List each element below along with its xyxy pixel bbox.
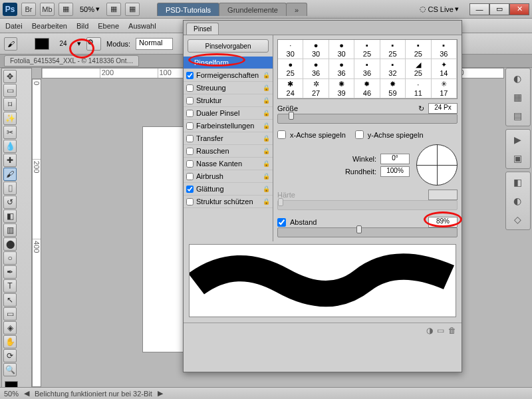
brush-preview-swatch[interactable] (35, 38, 49, 50)
brush-tip-item[interactable]: ▪25 (354, 40, 380, 59)
brush-option-struktur[interactable]: Struktur🔒 (184, 94, 273, 107)
lock-icon[interactable]: 🔒 (263, 97, 270, 104)
brush-tip-item[interactable]: ✹46 (354, 79, 380, 98)
window-maximize-button[interactable]: ▭ (489, 3, 509, 15)
flipy-checkbox[interactable] (355, 130, 364, 139)
3d-tool[interactable]: ◈ (3, 321, 17, 334)
brush-tip-item[interactable]: ●36 (303, 59, 329, 78)
toggle-preview-icon[interactable]: ◑ (426, 326, 433, 335)
size-input[interactable]: 24 Px (428, 103, 458, 114)
brush-panel-tab[interactable]: Pinsel (186, 23, 219, 35)
type-tool[interactable]: T (3, 279, 17, 293)
brush-option-rauschen[interactable]: Rauschen🔒 (184, 145, 273, 158)
brush-option-airbrush[interactable]: Airbrush🔒 (184, 170, 273, 183)
brush-option-formeigenschaften[interactable]: Formeigenschaften🔒 (184, 69, 273, 82)
adjustments-panel-icon[interactable]: ▶ (508, 132, 527, 148)
brush-tip-item[interactable]: ✱24 (278, 79, 303, 98)
lock-icon[interactable]: 🔒 (263, 148, 270, 154)
pen-tool[interactable]: ✒ (3, 265, 17, 279)
brush-tip-list[interactable]: ·30●30●30▪25▪25▪25▪36●25●36●36▪36▪32◢25✦… (277, 39, 458, 99)
angle-widget[interactable] (416, 144, 458, 186)
brush-tip-item[interactable]: ●30 (303, 40, 329, 59)
brush-option-checkbox[interactable] (186, 72, 194, 79)
workspace-tab-psdtutorials[interactable]: PSD-Tutorials (157, 3, 219, 16)
brush-tip-item[interactable]: ✳17 (432, 79, 457, 98)
window-close-button[interactable]: ✕ (509, 3, 529, 15)
lasso-tool[interactable]: ⌑ (3, 98, 17, 111)
path-tool[interactable]: ↖ (3, 293, 17, 307)
brush-tip-item[interactable]: ▪36 (354, 59, 380, 78)
brush-option-checkbox[interactable] (186, 110, 194, 117)
brush-tip-item[interactable]: ▪25 (380, 40, 406, 59)
brush-tool[interactable]: 🖌 (3, 168, 17, 181)
brush-option-checkbox[interactable] (186, 84, 194, 92)
brush-tip-item[interactable]: ●30 (329, 40, 354, 59)
menu-bild[interactable]: Bild (76, 22, 88, 30)
brush-option-checkbox[interactable] (186, 135, 194, 142)
brush-tip-item[interactable]: ·30 (278, 40, 303, 59)
bridge-button[interactable]: Br (21, 3, 36, 16)
brush-option-pinselform[interactable]: Pinselform (184, 57, 273, 69)
menu-bearbeiten[interactable]: Bearbeiten (32, 22, 67, 30)
workspace-tab-more[interactable]: » (286, 3, 307, 16)
size-slider[interactable] (277, 114, 458, 124)
masks-panel-icon[interactable]: ▣ (508, 150, 527, 166)
cslive-button[interactable]: ◌ CS Live ▾ (417, 5, 462, 13)
brush-option-farbeinstellungen[interactable]: Farbeinstellungen🔒 (184, 120, 273, 132)
lock-icon[interactable]: 🔒 (263, 186, 270, 192)
hand-tool[interactable]: ✋ (3, 335, 17, 348)
brush-option-nasse-kanten[interactable]: Nasse Kanten🔒 (184, 158, 273, 170)
lock-icon[interactable]: 🔒 (263, 135, 270, 142)
brush-tip-item[interactable]: ▪32 (380, 59, 406, 78)
brush-option-checkbox[interactable] (186, 122, 194, 130)
spacing-slider[interactable] (277, 227, 458, 237)
document-tab[interactable]: Fotolia_6415354_XXL - © 1418336 Ont… (4, 55, 139, 66)
brush-tip-item[interactable]: ·11 (406, 79, 431, 98)
lock-icon[interactable]: 🔒 (263, 122, 270, 129)
brush-option-checkbox[interactable] (186, 173, 194, 180)
shape-tool[interactable]: ▭ (3, 307, 17, 321)
tool-preset-picker[interactable]: 🖌 (4, 37, 17, 51)
crop-tool[interactable]: ✂ (3, 126, 17, 139)
swatches-panel-icon[interactable]: ▦ (508, 89, 527, 105)
spacing-checkbox[interactable] (277, 218, 286, 227)
flipx-checkbox[interactable] (277, 130, 286, 139)
brush-tip-item[interactable]: ◢25 (406, 59, 431, 78)
roundness-input[interactable]: 100% (380, 166, 410, 177)
channels-panel-icon[interactable]: ◐ (508, 193, 527, 209)
brush-option-glättung[interactable]: Glättung🔒 (184, 183, 273, 196)
brush-tip-item[interactable]: ✸59 (380, 79, 406, 98)
eyedropper-tool[interactable]: 💧 (3, 140, 17, 153)
lock-icon[interactable]: 🔒 (263, 198, 270, 205)
rotate-tool[interactable]: ⟳ (3, 349, 17, 362)
brush-tip-item[interactable]: ▪25 (406, 40, 431, 59)
brush-option-checkbox[interactable] (186, 198, 194, 205)
styles-panel-icon[interactable]: ▤ (508, 108, 527, 124)
move-tool[interactable]: ✥ (3, 70, 17, 83)
brush-option-streuung[interactable]: Streuung🔒 (184, 82, 273, 94)
brush-tip-item[interactable]: ✲27 (303, 79, 329, 98)
layers-panel-icon[interactable]: ◧ (508, 174, 527, 190)
brush-tip-item[interactable]: ✺39 (329, 79, 354, 98)
history-brush-tool[interactable]: ↺ (3, 196, 17, 209)
heal-tool[interactable]: ✚ (3, 154, 17, 167)
stamp-tool[interactable]: ⌷ (3, 182, 17, 195)
gradient-tool[interactable]: ▥ (3, 223, 17, 237)
extras-button[interactable]: ▦ (125, 3, 140, 16)
lock-icon[interactable]: 🔒 (263, 173, 270, 180)
menu-auswahl[interactable]: Auswahl (128, 22, 156, 30)
lock-icon[interactable]: 🔒 (263, 72, 270, 78)
lock-icon[interactable]: 🔒 (263, 160, 270, 167)
brush-option-checkbox[interactable] (186, 186, 194, 193)
arrange-button[interactable]: ▦ (106, 3, 121, 16)
brush-option-checkbox[interactable] (186, 160, 194, 168)
lock-icon[interactable]: 🔒 (263, 84, 270, 91)
paths-panel-icon[interactable]: ◇ (508, 211, 527, 227)
brush-tip-item[interactable]: ✦14 (432, 59, 457, 78)
spacing-input[interactable]: 89% (428, 217, 458, 227)
zoom-select[interactable]: 50% ▾ (77, 5, 102, 13)
workspace-tab-grundelemente[interactable]: Grundelemente (219, 3, 287, 16)
brush-presets-button[interactable]: Pinselvorgaben (188, 39, 269, 53)
zoom-tool[interactable]: 🔍 (3, 363, 17, 376)
marquee-tool[interactable]: ▭ (3, 84, 17, 97)
